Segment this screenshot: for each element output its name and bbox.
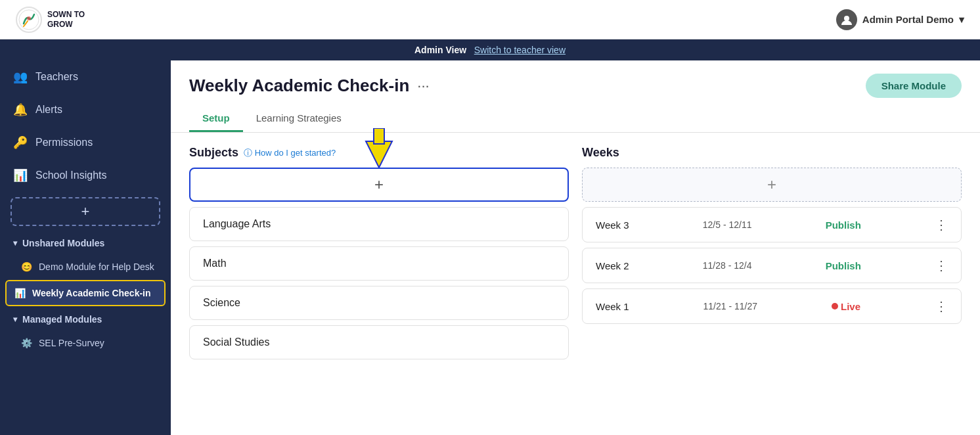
avatar	[836, 9, 857, 30]
managed-modules-section[interactable]: ▾ Managed Modules	[0, 308, 171, 331]
logo-text: SOWN TO GROW	[47, 10, 85, 29]
sidebar-item-alerts[interactable]: 🔔 Alerts	[0, 93, 171, 126]
week-2-dates: 11/28 - 12/4	[703, 260, 752, 271]
sidebar-item-label: Permissions	[35, 137, 93, 149]
tabs-bar: Setup Learning Strategies	[171, 98, 980, 133]
user-chevron: ▾	[959, 14, 964, 26]
tab-setup[interactable]: Setup	[189, 106, 243, 132]
week-2-more-icon[interactable]: ⋮	[935, 258, 948, 273]
permissions-icon: 🔑	[13, 135, 28, 150]
weeks-column: Weeks + Week 3 12/5 - 12/11 Publish ⋮ We…	[582, 146, 962, 365]
sidebar-module-label: SEL Pre-Survey	[39, 338, 104, 348]
managed-section-label: Managed Modules	[22, 314, 102, 325]
sidebar-item-label: Alerts	[35, 104, 62, 116]
admin-bar: Admin View Switch to teacher view	[0, 39, 980, 60]
weeks-label: Weeks	[582, 146, 619, 160]
alerts-icon: 🔔	[13, 103, 28, 117]
two-column-layout: Subjects ⓘ How do I get started? +	[189, 146, 962, 365]
subject-row-science: Science	[189, 286, 569, 320]
logo[interactable]: SOWN TO GROW	[16, 7, 85, 33]
teachers-icon: 👥	[13, 70, 28, 84]
school-insights-icon: 📊	[13, 168, 28, 183]
weekly-module-icon: 📊	[14, 288, 26, 298]
share-module-button[interactable]: Share Module	[866, 74, 962, 98]
content-area: Weekly Academic Check-in ··· Share Modul…	[171, 60, 980, 435]
sidebar-item-weekly-academic[interactable]: 📊 Weekly Academic Check-in	[5, 280, 166, 306]
admin-view-label: Admin View	[414, 45, 466, 55]
week-1-more-icon[interactable]: ⋮	[935, 298, 948, 314]
week-row-3: Week 3 12/5 - 12/11 Publish ⋮	[582, 207, 962, 242]
user-menu[interactable]: Admin Portal Demo ▾	[836, 9, 964, 30]
more-options-button[interactable]: ···	[417, 78, 429, 95]
content-header: Weekly Academic Check-in ··· Share Modul…	[171, 60, 980, 98]
weeks-header: Weeks	[582, 146, 962, 160]
chevron-down-icon: ▾	[13, 239, 17, 248]
subject-row-math: Math	[189, 246, 569, 281]
svg-point-1	[27, 16, 31, 20]
add-subject-button[interactable]: +	[189, 168, 569, 202]
demo-module-icon: 😊	[21, 262, 32, 272]
sidebar-module-label: Weekly Academic Check-in	[32, 288, 151, 298]
chevron-down-icon-managed: ▾	[13, 315, 17, 324]
week-1-live-button[interactable]: Live	[832, 301, 860, 312]
subjects-header: Subjects ⓘ How do I get started?	[189, 146, 569, 160]
page-title: Weekly Academic Check-in	[189, 76, 409, 96]
sidebar-item-teachers[interactable]: 👥 Teachers	[0, 60, 171, 93]
add-subject-wrapper: +	[189, 168, 569, 202]
switch-to-teacher-link[interactable]: Switch to teacher view	[474, 45, 566, 55]
sidebar-item-demo-module[interactable]: 😊 Demo Module for Help Desk	[0, 255, 171, 279]
sidebar-item-school-insights[interactable]: 📊 School Insights	[0, 159, 171, 192]
subject-row-language-arts: Language Arts	[189, 207, 569, 241]
week-1-label: Week 1	[596, 301, 629, 312]
unshared-modules-section[interactable]: ▾ Unshared Modules	[0, 231, 171, 255]
live-dot-icon	[832, 303, 838, 309]
sidebar-item-sel-pre-survey[interactable]: ⚙️ SEL Pre-Survey	[0, 331, 171, 355]
unshared-section-label: Unshared Modules	[22, 238, 104, 248]
subject-row-social-studies: Social Studies	[189, 325, 569, 359]
week-row-1: Week 1 11/21 - 11/27 Live ⋮	[582, 288, 962, 324]
week-1-live-label: Live	[841, 301, 860, 312]
svg-point-2	[844, 16, 849, 21]
week-3-more-icon[interactable]: ⋮	[935, 217, 948, 233]
sel-pre-survey-icon: ⚙️	[21, 338, 32, 348]
sidebar-item-label: School Insights	[35, 170, 107, 181]
week-2-label: Week 2	[596, 260, 629, 271]
week-2-publish-button[interactable]: Publish	[826, 260, 861, 271]
logo-icon	[16, 7, 42, 33]
week-1-dates: 11/21 - 11/27	[703, 301, 758, 311]
add-week-button[interactable]: +	[582, 168, 962, 202]
sidebar-item-permissions[interactable]: 🔑 Permissions	[0, 126, 171, 159]
week-row-2: Week 2 11/28 - 12/4 Publish ⋮	[582, 248, 962, 283]
sidebar: 👥 Teachers 🔔 Alerts 🔑 Permissions 📊 Scho…	[0, 60, 171, 435]
subjects-column: Subjects ⓘ How do I get started? +	[189, 146, 569, 365]
how-to-link[interactable]: ⓘ How do I get started?	[244, 147, 336, 159]
week-3-publish-button[interactable]: Publish	[826, 219, 861, 231]
sidebar-item-label: Teachers	[35, 71, 78, 83]
tab-learning-strategies[interactable]: Learning Strategies	[243, 106, 355, 132]
top-header: SOWN TO GROW Admin Portal Demo ▾	[0, 0, 980, 39]
main-layout: 👥 Teachers 🔔 Alerts 🔑 Permissions 📊 Scho…	[0, 60, 980, 435]
sidebar-module-label: Demo Module for Help Desk	[39, 262, 154, 272]
week-3-dates: 12/5 - 12/11	[703, 219, 752, 230]
subjects-label: Subjects	[189, 146, 238, 160]
week-3-label: Week 3	[596, 219, 629, 231]
user-label: Admin Portal Demo	[862, 14, 954, 25]
add-module-button[interactable]: +	[11, 197, 160, 226]
setup-content: Subjects ⓘ How do I get started? +	[171, 133, 980, 435]
